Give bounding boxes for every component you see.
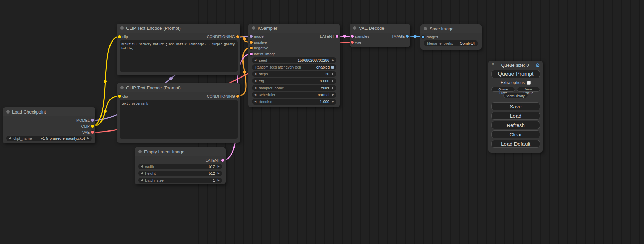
input-slot-latent-image-dot[interactable] xyxy=(250,53,253,55)
node-header[interactable]: Empty Latent Image xyxy=(135,147,226,156)
increment-arrow-icon[interactable]: ▶ xyxy=(218,165,220,168)
decrement-arrow-icon[interactable]: ◀ xyxy=(254,93,256,96)
widget-steps[interactable]: ◀ steps 20 ▶ xyxy=(252,71,336,77)
output-slot-latent-dot[interactable] xyxy=(336,35,338,38)
extra-options-label: Extra options xyxy=(501,80,525,85)
clear-button[interactable]: Clear xyxy=(491,130,540,138)
queue-prompt-button[interactable]: Queue Prompt xyxy=(491,70,540,78)
widget-cfg[interactable]: ◀ cfg 8.000 ▶ xyxy=(252,78,336,84)
widget-value: 156680208700286 xyxy=(298,58,329,62)
widget-value: 512 xyxy=(209,164,215,169)
load-default-button[interactable]: Load Default xyxy=(491,140,540,148)
output-label-image: IMAGE xyxy=(392,34,405,38)
input-slot-vae-dot[interactable] xyxy=(351,41,354,44)
node-graph-canvas[interactable]: Load Checkpoint MODEL CLIP VAE ◀ ckpt_na… xyxy=(0,0,644,244)
positive-prompt-text[interactable]: beautiful scenery nature glass bottle la… xyxy=(120,40,238,72)
input-slot-negative-dot[interactable] xyxy=(250,47,253,49)
node-header[interactable]: KSampler xyxy=(248,24,340,33)
widget-ckpt-name[interactable]: ◀ ckpt_name v1-5-pruned-emaonly.ckpt ▶ xyxy=(6,136,92,141)
decrement-arrow-icon[interactable]: ◀ xyxy=(141,165,143,168)
node-header[interactable]: Save Image xyxy=(420,24,482,33)
widget-seed[interactable]: ◀ seed 156680208700286 ▶ xyxy=(252,57,336,63)
extra-options-checkbox[interactable] xyxy=(527,81,531,85)
node-header[interactable]: CLIP Text Encode (Prompt) xyxy=(117,24,240,33)
decrement-arrow-icon[interactable]: ◀ xyxy=(254,73,256,75)
increment-arrow-icon[interactable]: ▶ xyxy=(218,179,220,182)
node-ksampler: KSampler model LATENT positive negative … xyxy=(248,24,340,107)
node-clip-text-encode-positive: CLIP Text Encode (Prompt) clip CONDITION… xyxy=(117,24,240,75)
widget-scheduler[interactable]: ◀ scheduler normal ▶ xyxy=(252,92,336,98)
collapse-dot-icon[interactable] xyxy=(6,110,10,114)
output-slot-model-dot[interactable] xyxy=(91,119,94,122)
collapse-dot-icon[interactable] xyxy=(120,86,124,89)
decrement-arrow-icon[interactable]: ◀ xyxy=(254,87,256,89)
node-header[interactable]: VAE Decode xyxy=(350,24,410,33)
widget-value: 1 xyxy=(213,178,215,182)
view-queue-button[interactable]: View Queue xyxy=(517,87,540,92)
widget-value: 1.000 xyxy=(320,100,329,104)
load-button[interactable]: Load xyxy=(491,112,540,120)
widget-batch-size[interactable]: ◀ batch_size 1 ▶ xyxy=(138,178,222,183)
node-title: CLIP Text Encode (Prompt) xyxy=(126,85,181,90)
collapse-dot-icon[interactable] xyxy=(353,26,356,30)
link-midpoint-dot xyxy=(243,38,246,41)
negative-prompt-text[interactable]: text, watermark xyxy=(120,100,238,139)
decrement-arrow-icon[interactable]: ◀ xyxy=(9,137,11,140)
increment-arrow-icon[interactable]: ▶ xyxy=(332,87,334,89)
widget-label: steps xyxy=(259,72,268,76)
input-label-clip: clip xyxy=(122,94,128,98)
output-label-model: MODEL xyxy=(76,118,90,123)
widget-width[interactable]: ◀ width 512 ▶ xyxy=(138,164,222,169)
view-history-button[interactable]: View History xyxy=(503,93,528,98)
node-header[interactable]: Load Checkpoint xyxy=(3,107,95,116)
input-slot-samples-dot[interactable] xyxy=(351,35,354,38)
refresh-button[interactable]: Refresh xyxy=(491,121,540,129)
collapse-dot-icon[interactable] xyxy=(252,26,255,30)
increment-arrow-icon[interactable]: ▶ xyxy=(332,100,334,103)
widget-random-seed-toggle[interactable]: Random seed after every gen enabled xyxy=(252,64,336,70)
input-slot-positive-dot[interactable] xyxy=(250,41,253,44)
output-slot-conditioning-dot[interactable] xyxy=(236,35,239,38)
input-slot-clip-dot[interactable] xyxy=(118,95,121,98)
increment-arrow-icon[interactable]: ▶ xyxy=(332,59,334,62)
input-slot-model-dot[interactable] xyxy=(250,35,253,38)
increment-arrow-icon[interactable]: ▶ xyxy=(332,73,334,75)
widget-height[interactable]: ◀ height 512 ▶ xyxy=(138,171,222,176)
collapse-dot-icon[interactable] xyxy=(424,27,427,30)
input-slot-clip-dot[interactable] xyxy=(118,35,121,38)
queue-front-button[interactable]: Queue Front xyxy=(491,87,515,92)
widget-sampler-name[interactable]: ◀ sampler_name euler ▶ xyxy=(252,85,336,91)
save-button[interactable]: Save xyxy=(491,102,540,110)
decrement-arrow-icon[interactable]: ◀ xyxy=(141,179,143,182)
widget-filename-prefix[interactable]: filename_prefix ComfyUI xyxy=(424,40,478,46)
output-slot-conditioning-dot[interactable] xyxy=(236,95,239,98)
widget-label: filename_prefix xyxy=(427,41,453,45)
decrement-arrow-icon[interactable]: ◀ xyxy=(254,80,256,82)
input-label-positive: positive xyxy=(254,40,267,44)
drag-handle-icon[interactable]: ⠿ xyxy=(491,63,495,68)
increment-arrow-icon[interactable]: ▶ xyxy=(218,172,220,175)
widget-value: 8.000 xyxy=(320,79,329,83)
settings-gear-icon[interactable]: ⚙ xyxy=(536,63,540,68)
increment-arrow-icon[interactable]: ▶ xyxy=(87,137,89,140)
output-slot-clip-dot[interactable] xyxy=(91,125,94,128)
collapse-dot-icon[interactable] xyxy=(120,26,124,30)
output-slot-latent-dot[interactable] xyxy=(221,159,224,162)
decrement-arrow-icon[interactable]: ◀ xyxy=(141,172,143,175)
toggle-knob-icon[interactable] xyxy=(331,66,334,69)
widget-denoise[interactable]: ◀ denoise 1.000 ▶ xyxy=(252,99,336,105)
node-title: CLIP Text Encode (Prompt) xyxy=(126,26,181,31)
widget-label: height xyxy=(145,171,156,175)
increment-arrow-icon[interactable]: ▶ xyxy=(332,93,334,96)
decrement-arrow-icon[interactable]: ◀ xyxy=(254,59,256,62)
node-header[interactable]: CLIP Text Encode (Prompt) xyxy=(117,83,240,92)
output-label-latent: LATENT xyxy=(320,34,334,38)
increment-arrow-icon[interactable]: ▶ xyxy=(332,80,334,82)
output-label-clip: CLIP xyxy=(81,124,90,128)
input-slot-images-dot[interactable] xyxy=(422,36,424,38)
output-slot-image-dot[interactable] xyxy=(406,35,409,38)
widget-value: 20 xyxy=(325,72,329,76)
output-slot-vae-dot[interactable] xyxy=(91,131,94,134)
collapse-dot-icon[interactable] xyxy=(138,150,142,153)
decrement-arrow-icon[interactable]: ◀ xyxy=(254,100,256,103)
